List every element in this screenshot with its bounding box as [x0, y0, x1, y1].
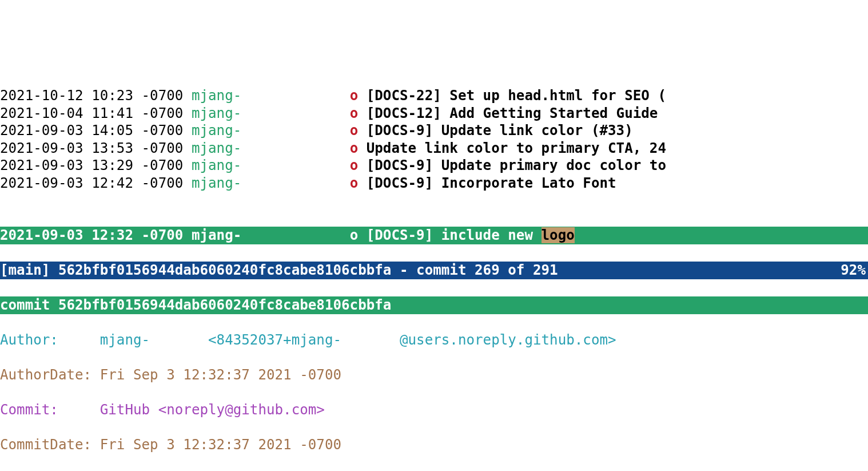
graph-node: o [350, 140, 359, 156]
commit-date: 2021-09-03 12:42 -0700 [0, 175, 183, 191]
commit-author: mjang- [192, 227, 241, 243]
graph-node: o [350, 88, 359, 104]
commit-author: mjang- [192, 88, 241, 104]
commit-line: Commit: GitHub <noreply@github.com> [0, 401, 868, 419]
log-row[interactable]: 2021-09-03 12:42 -0700 mjang- o [DOCS-9]… [0, 175, 868, 192]
log-row[interactable]: 2021-10-04 11:41 -0700 mjang- o [DOCS-12… [0, 105, 868, 122]
commit-log[interactable]: 2021-10-12 10:23 -0700 mjang- o [DOCS-22… [0, 87, 868, 192]
search-match: logo [541, 227, 575, 243]
commit-message: [DOCS-22] Set up head.html for SEO ( [367, 88, 666, 104]
commit-author: mjang- [192, 105, 241, 121]
commit-header: commit 562bfbf0156944dab6060240fc8cabe81… [0, 296, 868, 314]
commit-message: Update link color to primary CTA, 24 [367, 140, 666, 156]
commit-message: [DOCS-9] Update link color (#33) [367, 122, 633, 138]
graph-node: o [350, 122, 359, 138]
commit-message: [DOCS-9] include new logo [367, 227, 575, 243]
commit-author: mjang- [192, 122, 241, 138]
commit-message: [DOCS-9] Update primary doc color to [367, 157, 666, 173]
author-date-line: AuthorDate: Fri Sep 3 12:32:37 2021 -070… [0, 366, 868, 384]
status-bar: [main] 562bfbf0156944dab6060240fc8cabe81… [0, 262, 868, 279]
graph-node: o [350, 157, 359, 173]
status-percent: 92% [841, 262, 868, 279]
commit-message: [DOCS-9] Incorporate Lato Font [367, 175, 616, 191]
commit-date: 2021-09-03 12:32 -0700 [0, 227, 183, 243]
log-row[interactable]: 2021-10-12 10:23 -0700 mjang- o [DOCS-22… [0, 87, 868, 105]
status-text: [main] 562bfbf0156944dab6060240fc8cabe81… [0, 262, 558, 278]
commit-message: [DOCS-12] Add Getting Started Guide [367, 105, 666, 121]
commit-author: mjang- [192, 157, 241, 173]
log-row[interactable]: 2021-09-03 14:05 -0700 mjang- o [DOCS-9]… [0, 122, 868, 140]
commit-author: mjang- [192, 175, 241, 191]
author-line: Author: mjang- <84352037+mjang- @users.n… [0, 331, 868, 349]
log-row[interactable]: 2021-09-03 13:29 -0700 mjang- o [DOCS-9]… [0, 157, 868, 175]
commit-date: 2021-09-03 13:29 -0700 [0, 157, 183, 173]
graph-node: o [350, 175, 359, 191]
graph-node: o [350, 227, 359, 243]
commit-date: 2021-09-03 14:05 -0700 [0, 122, 183, 138]
commit-date-line: CommitDate: Fri Sep 3 12:32:37 2021 -070… [0, 436, 868, 454]
log-row-selected[interactable]: 2021-09-03 12:32 -0700 mjang- o [DOCS-9]… [0, 227, 868, 244]
commit-date: 2021-09-03 13:53 -0700 [0, 140, 183, 156]
commit-date: 2021-10-04 11:41 -0700 [0, 105, 183, 121]
commit-author: mjang- [192, 140, 241, 156]
commit-date: 2021-10-12 10:23 -0700 [0, 88, 183, 104]
graph-node: o [350, 105, 359, 121]
log-row[interactable]: 2021-09-03 13:53 -0700 mjang- o Update l… [0, 140, 868, 157]
